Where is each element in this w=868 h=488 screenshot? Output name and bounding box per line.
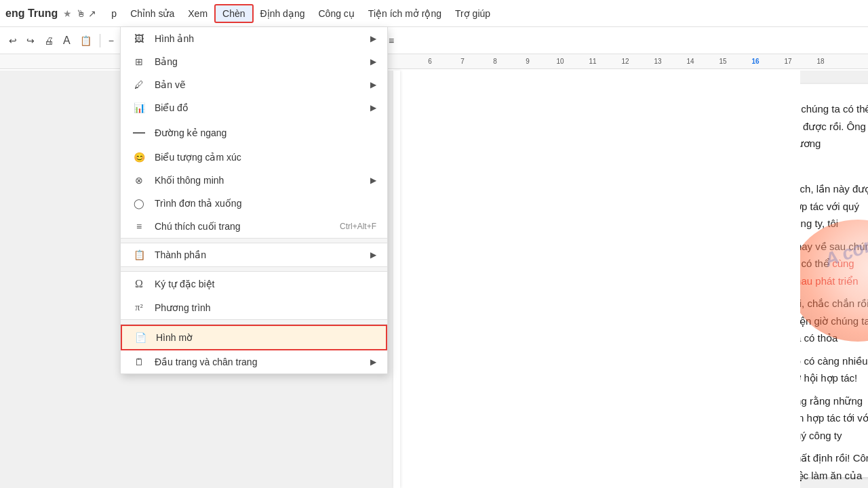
khoi-thong-minh-arrow: ▶ xyxy=(370,176,376,185)
menu-item-ban-ve[interactable]: 🖊 Bản vẽ ▶ xyxy=(121,73,387,96)
menu-cong-cu[interactable]: Công cụ xyxy=(311,5,361,22)
header-footer-icon: 🗒 xyxy=(132,357,146,367)
doc-left-edge xyxy=(393,70,400,488)
ruler-18: 18 xyxy=(804,58,837,65)
ruler-7: 7 xyxy=(446,58,479,65)
ruler-numbers: 6 7 8 9 10 11 12 13 14 15 16 17 18 xyxy=(414,58,837,65)
app-title: eng Trung xyxy=(5,7,58,20)
bang-label: Bảng xyxy=(155,56,370,67)
paint-button[interactable]: 📋 xyxy=(77,33,95,48)
menu-chen[interactable]: Chèn xyxy=(214,4,253,23)
hinh-anh-arrow: ▶ xyxy=(370,34,376,43)
document-page[interactable]: hỉ chúng ta có thể ký được rồi. Ông Vươn… xyxy=(800,84,868,477)
ban-ve-arrow: ▶ xyxy=(370,80,376,89)
menu-item-phuong-trinh[interactable]: π² Phương trình xyxy=(121,296,387,319)
menu-section-divider-1 xyxy=(121,238,387,243)
emoji-icon: 😊 xyxy=(132,152,146,163)
image-icon: 🖼 xyxy=(132,33,146,44)
emoji-label: Biểu tượng cảm xúc xyxy=(155,152,376,163)
menu-item-duong-ke-ngang[interactable]: — Đường kẻ ngang xyxy=(121,119,387,146)
menu-tro-giup[interactable]: Trợ giúp xyxy=(448,5,497,22)
chen-dropdown: 🖼 Hình ảnh ▶ ⊞ Bảng ▶ 🖊 Bản vẽ ▶ 📊 Biểu … xyxy=(120,27,388,374)
menu-item-trinh-don-tha-xuong[interactable]: ◯ Trình đơn thả xuống xyxy=(121,192,387,215)
duong-ke-ngang-label: Đường kẻ ngang xyxy=(155,127,376,138)
ruler-8: 8 xyxy=(479,58,511,65)
ruler-13: 13 xyxy=(642,58,674,65)
menu-item-chu-thich[interactable]: ≡ Chú thích cuối trang Ctrl+Alt+F xyxy=(121,215,387,238)
table-icon: ⊞ xyxy=(132,56,146,67)
print-button[interactable]: 🖨 xyxy=(41,33,57,48)
footnote-icon: ≡ xyxy=(132,221,146,232)
omega-icon: Ω xyxy=(132,278,146,290)
menu-item-emoji[interactable]: 😊 Biểu tượng cảm xúc xyxy=(121,146,387,169)
menu-p[interactable]: p xyxy=(104,5,123,22)
component-icon: 📋 xyxy=(132,249,146,260)
redo-button[interactable]: ↪ xyxy=(23,33,38,48)
ruler-14: 14 xyxy=(674,58,707,65)
hinh-mo-label: Hình mờ xyxy=(156,332,375,343)
background-decoration xyxy=(800,220,868,342)
doc-para-8: nhất định rồi! Công việc làm ăn của chún… xyxy=(800,449,868,488)
star-icon[interactable]: ★ xyxy=(63,8,72,19)
separator-1 xyxy=(100,34,100,47)
share-icon[interactable]: ↗ xyxy=(88,8,96,19)
doc-para-7: ong rằng những lần hợp tác tới với quý c… xyxy=(800,392,868,445)
draw-icon: 🖊 xyxy=(132,79,146,90)
trinh-don-label: Trình đơn thả xuống xyxy=(155,198,376,209)
ruler-9: 9 xyxy=(511,58,544,65)
ruler-15: 15 xyxy=(707,58,739,65)
thanh-phan-label: Thành phần xyxy=(155,249,370,260)
menu-dinh-dang[interactable]: Định dạng xyxy=(254,5,312,22)
thanh-phan-arrow: ▶ xyxy=(370,250,376,260)
undo-button[interactable]: ↩ xyxy=(5,33,20,48)
chu-thich-shortcut: Ctrl+Alt+F xyxy=(340,222,376,231)
ruler-10: 10 xyxy=(544,58,576,65)
ruler-17: 17 xyxy=(772,58,804,65)
menu-item-thanh-phan[interactable]: 📋 Thành phần ▶ xyxy=(121,243,387,266)
menu-item-bang[interactable]: ⊞ Bảng ▶ xyxy=(121,50,387,73)
bang-arrow: ▶ xyxy=(370,57,376,66)
menu-item-bieu-do[interactable]: 📊 Biểu đồ ▶ xyxy=(121,96,387,119)
menu-section-divider-2 xyxy=(121,266,387,272)
menu-item-khoi-thong-minh[interactable]: ⊗ Khối thông minh ▶ xyxy=(121,169,387,192)
phuong-trinh-label: Phương trình xyxy=(155,302,376,313)
menu-chinh-sua[interactable]: Chỉnh sửa xyxy=(123,5,181,22)
dau-trang-arrow: ▶ xyxy=(370,357,376,367)
document-area: hỉ chúng ta có thể ký được rồi. Ông Vươn… xyxy=(800,70,868,488)
ban-ve-label: Bản vẽ xyxy=(155,79,370,90)
ruler-6: 6 xyxy=(414,58,446,65)
menu-item-dau-trang[interactable]: 🗒 Đầu trang và chân trang ▶ xyxy=(121,350,387,373)
menu-tien-ich[interactable]: Tiện ích mở rộng xyxy=(361,5,448,22)
ruler-16: 16 xyxy=(739,58,772,65)
menu-item-hinh-anh[interactable]: 🖼 Hình ảnh ▶ xyxy=(121,27,387,50)
dropdown-icon: ◯ xyxy=(132,198,146,209)
chart-icon: 📊 xyxy=(132,102,146,113)
pi-icon: π² xyxy=(132,302,146,313)
watermark-icon: 📄 xyxy=(133,332,148,343)
menu-xem[interactable]: Xem xyxy=(181,5,214,22)
chu-thich-label: Chú thích cuối trang xyxy=(155,221,340,232)
move-icon[interactable]: 🖱 xyxy=(76,8,85,19)
hinh-anh-label: Hình ảnh xyxy=(155,33,370,44)
smart-block-icon: ⊗ xyxy=(132,175,146,186)
hline-icon: — xyxy=(132,125,146,140)
menu-section-divider-3 xyxy=(121,319,387,325)
doc-para-6: sẽ có càng nhiều cơ hội hợp tác! xyxy=(800,352,868,387)
zoom-out-button[interactable]: − xyxy=(105,33,117,48)
menu-item-ky-tu-dac-biet[interactable]: Ω Ký tự đặc biệt xyxy=(121,272,387,296)
bieu-do-arrow: ▶ xyxy=(370,103,376,113)
menu-item-hinh-mo[interactable]: 📄 Hình mờ xyxy=(121,325,387,350)
spellcheck-button[interactable]: A xyxy=(60,33,74,49)
ruler-11: 11 xyxy=(576,58,609,65)
bieu-do-label: Biểu đồ xyxy=(155,102,370,113)
khoi-thong-minh-label: Khối thông minh xyxy=(155,175,370,186)
dau-trang-label: Đầu trang và chân trang xyxy=(155,357,370,367)
ruler-12: 12 xyxy=(609,58,642,65)
ky-tu-label: Ký tự đặc biệt xyxy=(155,279,376,289)
doc-para-2: y! xyxy=(800,158,868,176)
menubar: eng Trung ★ 🖱 ↗ p Chỉnh sửa Xem Chèn Địn… xyxy=(0,0,868,27)
doc-para-1: hỉ chúng ta có thể ký được rồi. Ông Vươn… xyxy=(800,100,868,152)
menu-items: p Chỉnh sửa Xem Chèn Định dạng Công cụ T… xyxy=(104,4,497,23)
